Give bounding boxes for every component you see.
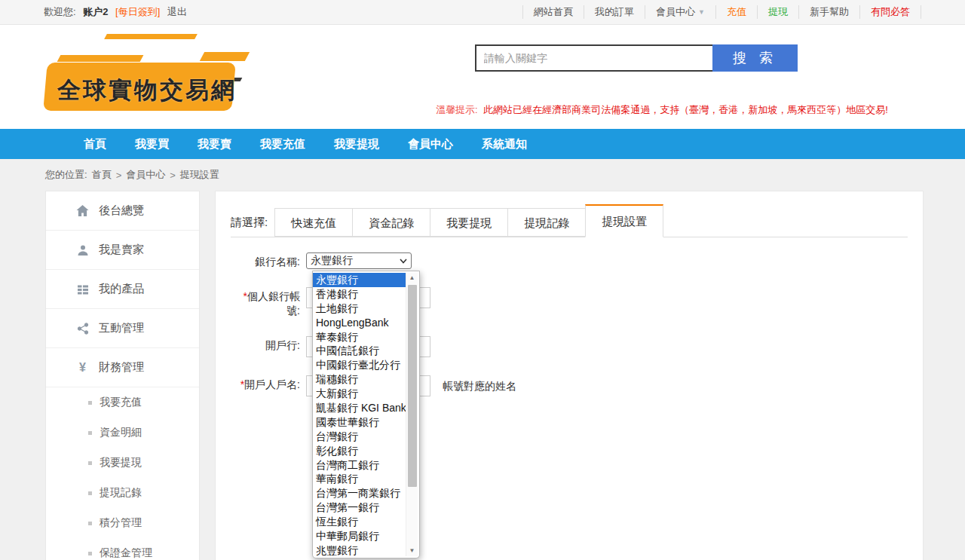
top-menu-qa[interactable]: 有問必答 (860, 5, 921, 19)
bank-option[interactable]: 國泰世華銀行 (313, 415, 406, 430)
logo-graphic (200, 52, 250, 61)
bullet-icon (88, 491, 92, 495)
bullet-icon (88, 552, 92, 555)
main-panel: 請選擇: 快速充值 資金記錄 我要提現 提現記錄 提現設置 銀行名稱: 永豐銀行… (215, 191, 924, 560)
sidebar-item-finance[interactable]: ¥ 財務管理 (46, 348, 199, 387)
bank-option[interactable]: 彰化銀行 (313, 444, 406, 458)
search-input[interactable] (475, 44, 712, 72)
sidebar-sub-recharge[interactable]: 我要充值 (46, 387, 199, 418)
top-bar: 歡迎您: 账户2 [每日簽到] 退出 網站首頁 我的訂單 會員中心 ▼ 充值 提… (0, 0, 965, 25)
bank-option[interactable]: 台灣商工銀行 (313, 458, 406, 473)
top-menu-orders[interactable]: 我的訂單 (584, 5, 645, 19)
bullet-icon (88, 431, 92, 435)
welcome-prefix: 歡迎您: (44, 6, 76, 17)
sidebar-sub-deposit[interactable]: 保證金管理 (46, 538, 199, 560)
withdraw-settings-form: 銀行名稱: 永豐銀行 永豐銀行 香港銀行 土地銀行 HongLengBank 華… (231, 252, 908, 396)
scroll-down-icon[interactable]: ▼ (406, 546, 418, 556)
site-header: 全球實物交易網 搜 索 溫馨提示: 此網站已經在經濟部商業司法備案通過，支持（臺… (0, 25, 965, 129)
search-button[interactable]: 搜 索 (712, 44, 798, 72)
logout-link[interactable]: 退出 (167, 6, 187, 17)
nav-withdraw[interactable]: 我要提現 (320, 129, 394, 159)
bank-option[interactable]: 中華郵局銀行 (313, 529, 406, 543)
bank-option[interactable]: 華南銀行 (313, 472, 406, 486)
chevron-down-icon (400, 259, 407, 264)
breadcrumb: 您的位置: 首頁 > 會員中心 > 提現設置 (0, 159, 965, 191)
bank-option[interactable]: 台灣第一銀行 (313, 500, 406, 515)
chevron-down-icon: ▼ (698, 8, 705, 16)
sidebar-sub-withdraw[interactable]: 我要提現 (46, 448, 199, 478)
bank-option[interactable]: 土地銀行 (313, 301, 406, 316)
top-menu-home[interactable]: 網站首頁 (522, 5, 584, 19)
top-menu-member-center[interactable]: 會員中心 ▼ (645, 5, 716, 19)
bank-option[interactable]: 瑞穗銀行 (313, 372, 406, 387)
sidebar-sub-withdraw-records[interactable]: 提現記錄 (46, 478, 199, 508)
nav-member-center[interactable]: 會員中心 (394, 129, 467, 159)
main-nav: 首頁 我要買 我要賣 我要充值 我要提現 會員中心 系統通知 (0, 129, 965, 159)
daily-signin-link[interactable]: [每日簽到] (115, 6, 160, 17)
sidebar-item-interaction[interactable]: 互動管理 (46, 309, 199, 348)
logo-text: 全球實物交易網 (57, 75, 237, 106)
bank-option[interactable]: 永豐銀行 (313, 273, 406, 287)
tab-bar: 請選擇: 快速充值 資金記錄 我要提現 提現記錄 提現設置 (231, 203, 908, 237)
branch-label: 開戶行: (231, 336, 306, 353)
bank-option[interactable]: 兆豐銀行 (313, 543, 406, 558)
tab-withdraw[interactable]: 我要提現 (430, 208, 508, 237)
sidebar-item-dashboard[interactable]: 後台總覽 (46, 191, 199, 231)
bank-option[interactable]: 中國銀行臺北分行 (313, 358, 406, 372)
sidebar-item-products[interactable]: 我的產品 (46, 270, 199, 309)
bank-option[interactable]: 凱基銀行 KGI Bank (313, 401, 406, 415)
currency-yen-icon: ¥ (76, 361, 89, 374)
bank-option[interactable]: 恆生銀行 (313, 515, 406, 529)
bullet-icon (88, 401, 92, 405)
notice-label: 溫馨提示: (436, 104, 478, 115)
bullet-icon (88, 522, 92, 525)
sidebar: 後台總覽 我是賣家 我的產品 互動管理 ¥ 財務管理 我要充值 (45, 191, 200, 560)
top-menu-beginner-help[interactable]: 新手幫助 (799, 5, 860, 19)
top-menu-withdraw[interactable]: 提現 (758, 5, 799, 19)
scrollbar-thumb[interactable] (408, 285, 417, 487)
logo-graphic (57, 55, 144, 62)
breadcrumb-home[interactable]: 首頁 (92, 168, 112, 182)
bank-option[interactable]: 台灣銀行 (313, 430, 406, 444)
breadcrumb-current: 提現設置 (180, 168, 219, 182)
breadcrumb-separator: > (170, 170, 176, 181)
username: 账户2 (83, 6, 108, 17)
tabs-label: 請選擇: (231, 208, 268, 237)
logo-graphic (104, 34, 198, 39)
top-menu-recharge[interactable]: 充值 (716, 5, 758, 19)
bank-option[interactable]: 香港銀行 (313, 287, 406, 301)
content-area: 後台總覽 我是賣家 我的產品 互動管理 ¥ 財務管理 我要充值 (45, 191, 924, 560)
nav-sell[interactable]: 我要賣 (183, 129, 246, 159)
bank-account-label: *個人銀行帳號: (231, 287, 306, 318)
nav-system-notice[interactable]: 系統通知 (467, 129, 541, 159)
nav-buy[interactable]: 我要買 (121, 129, 183, 159)
breadcrumb-prefix: 您的位置: (45, 168, 87, 182)
sidebar-sub-points[interactable]: 積分管理 (46, 508, 199, 538)
bank-option[interactable]: HongLengBank (313, 316, 406, 330)
bank-option[interactable]: 華泰銀行 (313, 330, 406, 344)
user-icon (76, 243, 89, 256)
dropdown-scrollbar[interactable]: ▲ ▼ (406, 273, 418, 556)
share-icon (76, 322, 89, 335)
bullet-icon (88, 461, 92, 465)
bank-option[interactable]: 大新銀行 (313, 387, 406, 401)
tab-withdraw-settings[interactable]: 提現設置 (585, 204, 663, 237)
tab-withdraw-records[interactable]: 提現記錄 (507, 208, 586, 237)
bank-dropdown-list: 永豐銀行 香港銀行 土地銀行 HongLengBank 華泰銀行 中國信託銀行 … (312, 271, 420, 558)
tab-quick-recharge[interactable]: 快速充值 (274, 208, 353, 237)
bank-option[interactable]: 中國信託銀行 (313, 344, 406, 358)
bank-option[interactable]: 台灣第一商業銀行 (313, 486, 406, 500)
tab-fund-records[interactable]: 資金記錄 (352, 208, 430, 237)
nav-recharge[interactable]: 我要充值 (246, 129, 320, 159)
nav-home[interactable]: 首頁 (69, 129, 121, 159)
breadcrumb-member-center[interactable]: 會員中心 (126, 168, 165, 182)
bank-select[interactable]: 永豐銀行 (306, 252, 412, 269)
bank-name-row: 銀行名稱: 永豐銀行 (231, 252, 908, 269)
site-logo[interactable]: 全球實物交易網 (45, 32, 253, 123)
scroll-up-icon[interactable]: ▲ (406, 273, 418, 283)
search-bar: 搜 索 (475, 44, 798, 72)
site-notice: 溫馨提示: 此網站已經在經濟部商業司法備案通過，支持（臺灣，香港，新加坡，馬來西… (436, 103, 888, 117)
sidebar-item-seller[interactable]: 我是賣家 (46, 231, 199, 270)
products-icon (76, 283, 89, 295)
sidebar-sub-fund-details[interactable]: 資金明細 (46, 418, 199, 448)
